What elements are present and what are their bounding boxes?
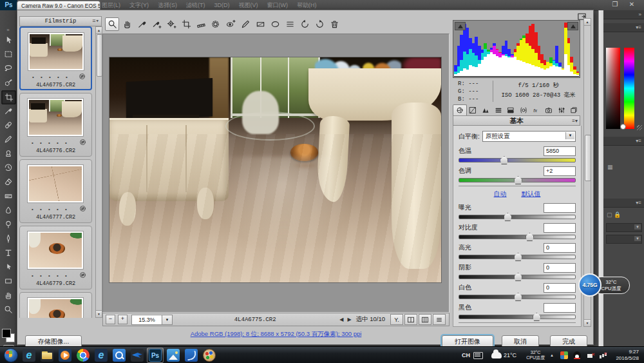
close-window-icon[interactable]: ✕	[623, 1, 640, 8]
filmstrip-header[interactable]: Filmstrip≡▾	[19, 16, 102, 26]
tab-effects[interactable]: fx	[530, 104, 543, 116]
scrollbar-thumb[interactable]	[585, 135, 591, 181]
cpu-temp-tray[interactable]: 32°CCPU温度	[526, 347, 545, 363]
filmstrip-item-1[interactable]: • • • • •4L4A6775.CR2	[19, 26, 92, 90]
memory-usage-badge[interactable]: 4.75G	[578, 273, 601, 297]
swatch-grid-icon[interactable]: ▦	[607, 164, 613, 170]
slider-track[interactable]	[459, 295, 576, 299]
targeted-adjustment-tool[interactable]	[164, 17, 178, 31]
rotate-right-tool[interactable]	[312, 17, 327, 31]
clone-stamp-tool[interactable]	[1, 147, 15, 160]
action-center-icon[interactable]	[560, 347, 568, 363]
adjustment-badge-icon[interactable]	[79, 205, 86, 212]
filmstrip-menu-icon[interactable]: ≡▾	[92, 17, 99, 26]
slider-value-field[interactable]	[544, 203, 576, 213]
eraser-tool[interactable]	[1, 175, 15, 188]
scroll-down-icon[interactable]: ▼	[584, 319, 591, 326]
white-balance-select[interactable]: 原照设置▼	[482, 131, 576, 142]
taskbar-viewer-icon[interactable]	[165, 348, 182, 363]
filmstrip-item-3[interactable]: • • • • •4L4A6777.CR2	[19, 159, 92, 223]
lasso-tool[interactable]	[1, 62, 15, 75]
tab-lens-corrections[interactable]	[517, 104, 530, 116]
marquee-tool[interactable]	[1, 48, 15, 61]
taskbar-start-icon[interactable]	[3, 348, 19, 363]
hue-cursor[interactable]	[620, 124, 626, 130]
slider-value-field[interactable]: 5850	[544, 146, 576, 156]
adjustment-brush-tool[interactable]	[238, 17, 252, 31]
zoom-tool[interactable]	[105, 17, 119, 31]
preview-split-button[interactable]	[404, 314, 417, 325]
brush-tool[interactable]	[1, 133, 15, 146]
zoom-in-button[interactable]: +	[118, 315, 128, 324]
filmstrip-scrollbar[interactable]: ▲ ▼	[95, 26, 102, 318]
scroll-up-icon[interactable]: ▲	[96, 27, 102, 34]
color-saturation-box[interactable]	[606, 48, 620, 129]
taskbar-ps-icon[interactable]: Ps	[147, 348, 164, 363]
history-brush-tool[interactable]	[1, 161, 15, 174]
taskbar-player-icon[interactable]	[57, 348, 73, 363]
highlight-clipping-icon[interactable]	[567, 22, 578, 30]
taskbar-folder-icon[interactable]	[39, 348, 55, 363]
red-eye-tool[interactable]	[223, 17, 238, 31]
slider-track[interactable]	[459, 255, 576, 259]
opacity-select[interactable]: ▼	[606, 235, 642, 244]
slider-thumb[interactable]	[500, 156, 508, 164]
taskbar-chrome-icon[interactable]	[75, 348, 91, 363]
slider-track[interactable]	[459, 158, 576, 162]
swatches-panel-header[interactable]: ▾≡	[603, 137, 644, 146]
previous-image-icon[interactable]: ◀	[339, 317, 343, 322]
slider-value-field[interactable]	[544, 223, 576, 233]
taskbar-ie2-icon[interactable]: e	[93, 348, 109, 363]
zoom-dropdown-icon[interactable]: ▼	[162, 315, 173, 325]
shadow-clipping-icon[interactable]	[455, 22, 466, 30]
zoom-out-button[interactable]: −	[106, 315, 115, 324]
filmstrip-item-4[interactable]: • • • • •4L4A6779.CR2	[19, 226, 92, 289]
rotate-left-tool[interactable]	[298, 17, 312, 31]
layers-panel-header[interactable]: ▾≡	[603, 199, 644, 208]
crop-tool[interactable]	[1, 90, 16, 104]
color-swatches[interactable]	[2, 329, 15, 343]
taskbar-search-icon[interactable]	[111, 348, 128, 363]
qq-icon[interactable]	[573, 347, 581, 363]
white-balance-tool[interactable]	[135, 17, 149, 31]
slider-value-field[interactable]: 0	[544, 327, 576, 328]
tab-tone-curve[interactable]	[467, 104, 480, 116]
rating-dots[interactable]: • • • • •	[32, 140, 70, 146]
slider-track[interactable]	[459, 235, 576, 239]
tab-presets[interactable]	[555, 104, 568, 116]
preview-canvas[interactable]	[102, 34, 450, 313]
restore-window-icon[interactable]: ❐	[607, 1, 623, 8]
preview-settings-icon[interactable]	[433, 314, 446, 325]
foreground-color-swatch[interactable]	[2, 329, 11, 338]
eyedropper-tool[interactable]	[1, 104, 15, 117]
gradient-tool[interactable]	[1, 190, 15, 202]
filmstrip-item-5[interactable]: • • • • •	[19, 292, 92, 318]
tab-split-toning[interactable]	[504, 104, 517, 116]
photo-preview[interactable]	[109, 57, 441, 282]
slider-thumb[interactable]	[514, 273, 522, 281]
scroll-up-icon[interactable]: ▲	[584, 19, 591, 26]
preview-mode-button[interactable]: Y.	[390, 314, 403, 325]
rating-dots[interactable]: • • • • •	[32, 273, 70, 279]
taskbar-ie-icon[interactable]: e	[21, 348, 37, 363]
slider-thumb[interactable]	[514, 293, 522, 301]
hue-strip[interactable]	[624, 48, 634, 129]
graduated-filter-tool[interactable]	[253, 17, 267, 31]
slider-track[interactable]	[459, 275, 576, 279]
tab-camera-calibration[interactable]	[542, 104, 555, 116]
cpu-temperature-widget[interactable]: 32°C CPU温度 4.75G	[578, 273, 636, 298]
weather-icon[interactable]: 21°C	[491, 347, 516, 363]
panel-resize-grip[interactable]	[637, 125, 642, 130]
auto-link[interactable]: 自动	[494, 190, 507, 197]
slider-track[interactable]	[459, 315, 576, 319]
spot-removal-tool[interactable]	[209, 17, 223, 31]
language-indicator[interactable]: CH	[462, 347, 470, 363]
type-tool[interactable]	[1, 246, 15, 259]
tab-snapshots[interactable]	[567, 104, 580, 116]
dialog-titlebar[interactable]: Camera Raw 9.0 - Canon EOS 5DS R	[17, 1, 100, 10]
slider-thumb[interactable]	[526, 233, 534, 241]
crop-tool[interactable]	[179, 17, 193, 31]
blend-mode-select[interactable]: ▼	[606, 223, 642, 232]
move-tool[interactable]	[1, 34, 15, 46]
slider-thumb[interactable]	[514, 253, 522, 261]
